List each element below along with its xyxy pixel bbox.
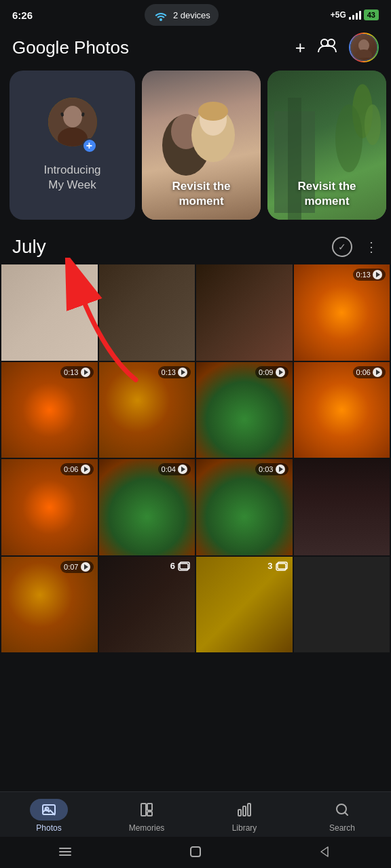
search-icon [334, 802, 350, 818]
video-duration-badge: 0:07 [60, 561, 93, 573]
photo-cell[interactable]: 0:13 [99, 362, 196, 458]
select-all-button[interactable]: ✓ [332, 237, 352, 257]
svg-rect-36 [191, 847, 200, 856]
photo-cell[interactable]: 0:13 [1, 362, 98, 458]
photo-cell[interactable] [196, 264, 293, 361]
svg-rect-29 [238, 810, 241, 816]
app-header: Google Photos + [0, 27, 391, 71]
photo-cell[interactable]: 0:09 [196, 362, 293, 458]
photo-cell[interactable]: 0:04 [99, 459, 196, 555]
stack-icon [177, 561, 191, 572]
photo-cell[interactable] [294, 459, 390, 555]
month-title: July [12, 236, 46, 258]
nav-item-search[interactable]: Search [315, 799, 369, 833]
video-duration-badge: 0:06 [60, 463, 93, 475]
my-week-title: Introducing My Week [43, 163, 100, 193]
svg-rect-27 [147, 804, 152, 810]
play-icon [276, 465, 285, 474]
play-icon [373, 368, 382, 377]
home-square-icon [188, 844, 203, 859]
video-duration-badge: 0:06 [353, 366, 386, 378]
svg-rect-28 [147, 812, 152, 816]
hamburger-icon [58, 846, 73, 857]
photo-cell[interactable]: 0:07 [1, 557, 98, 653]
status-bar: 6:26 2 devices +5G 43 [0, 0, 391, 27]
video-duration-badge: 0:09 [255, 366, 288, 378]
month-actions: ✓ ⋮ [332, 237, 379, 257]
play-icon [81, 368, 90, 377]
photo-cell[interactable]: 0:06 [294, 362, 390, 458]
play-icon [276, 368, 285, 377]
more-options-button[interactable]: ⋮ [365, 239, 379, 255]
photo-cell[interactable]: 6 [99, 557, 196, 653]
signal-bars [349, 10, 361, 20]
highlight-my-week[interactable]: + Introducing My Week [10, 71, 135, 220]
battery-indicator: 43 [364, 9, 379, 20]
multi-photo-badge: 6 [170, 561, 191, 572]
svg-rect-31 [248, 804, 250, 816]
svg-point-1 [328, 39, 335, 46]
svg-rect-30 [243, 806, 246, 816]
app-title: Google Photos [12, 37, 129, 58]
photos-icon [41, 802, 57, 818]
svg-rect-26 [141, 804, 146, 816]
nav-item-photos[interactable]: Photos [22, 799, 76, 833]
video-duration-badge: 0:13 [158, 366, 191, 378]
video-duration-badge: 0:04 [158, 463, 191, 475]
user-avatar[interactable] [349, 33, 379, 62]
my-week-plus-button[interactable]: + [82, 138, 97, 153]
nav-item-library[interactable]: Library [217, 799, 272, 833]
photo-grid: 0:13 0:13 0:13 0:09 0:06 0:06 [0, 264, 391, 652]
bottom-nav: Photos Memories Library [0, 791, 391, 868]
nav-search-icon-wrap [323, 799, 361, 821]
nav-library-label: Library [232, 823, 257, 833]
title-photos: Photos [69, 37, 129, 58]
status-devices-label: 2 devices [173, 10, 210, 20]
photo-cell[interactable] [1, 264, 98, 361]
check-icon: ✓ [338, 241, 346, 252]
highlight-revisit-1-label: Revisit the moment [142, 179, 261, 209]
nav-item-memories[interactable]: Memories [119, 799, 174, 833]
system-menu-button[interactable] [56, 842, 75, 861]
status-network-badge: 2 devices [145, 4, 219, 26]
memories-icon [138, 802, 155, 818]
svg-point-0 [321, 39, 328, 46]
system-nav [0, 837, 391, 868]
system-home-button[interactable] [186, 842, 205, 861]
play-icon [81, 465, 90, 474]
photo-cell[interactable] [99, 264, 196, 361]
photo-cell[interactable]: 0:03 [196, 459, 293, 555]
wifi-icon [153, 7, 169, 23]
month-header: July ✓ ⋮ [0, 231, 391, 264]
people-icon[interactable] [318, 37, 337, 58]
add-button[interactable]: + [295, 37, 305, 58]
highlights-row: + Introducing My Week Revisit the mom [0, 71, 391, 231]
highlight-revisit-2[interactable]: Revisit the moment [267, 71, 386, 220]
photo-cell[interactable]: 0:13 [294, 264, 390, 361]
svg-point-17 [365, 104, 381, 145]
video-duration-badge: 0:13 [60, 366, 93, 378]
svg-point-3 [356, 50, 372, 58]
svg-marker-37 [321, 847, 328, 856]
play-icon [178, 465, 187, 474]
header-actions: + [295, 33, 379, 62]
highlight-revisit-1[interactable]: Revisit the moment [142, 71, 261, 220]
nav-library-icon-wrap [225, 799, 263, 821]
library-icon [236, 802, 253, 818]
back-triangle-icon [318, 844, 333, 859]
highlight-revisit-2-label: Revisit the moment [267, 179, 386, 209]
status-time: 6:26 [12, 9, 33, 21]
play-icon [178, 368, 187, 377]
svg-point-18 [335, 104, 362, 172]
photo-cell[interactable]: 3 [196, 557, 293, 653]
stack-icon [275, 561, 288, 572]
system-back-button[interactable] [316, 842, 335, 861]
nav-photos-icon-wrap [30, 799, 68, 821]
photo-cell[interactable] [294, 557, 390, 653]
nav-memories-label: Memories [129, 823, 165, 833]
signal-label: +5G [331, 10, 346, 20]
play-icon [81, 562, 90, 572]
photo-cell[interactable]: 0:06 [1, 459, 98, 555]
play-icon [373, 270, 382, 279]
svg-point-13 [198, 102, 228, 121]
